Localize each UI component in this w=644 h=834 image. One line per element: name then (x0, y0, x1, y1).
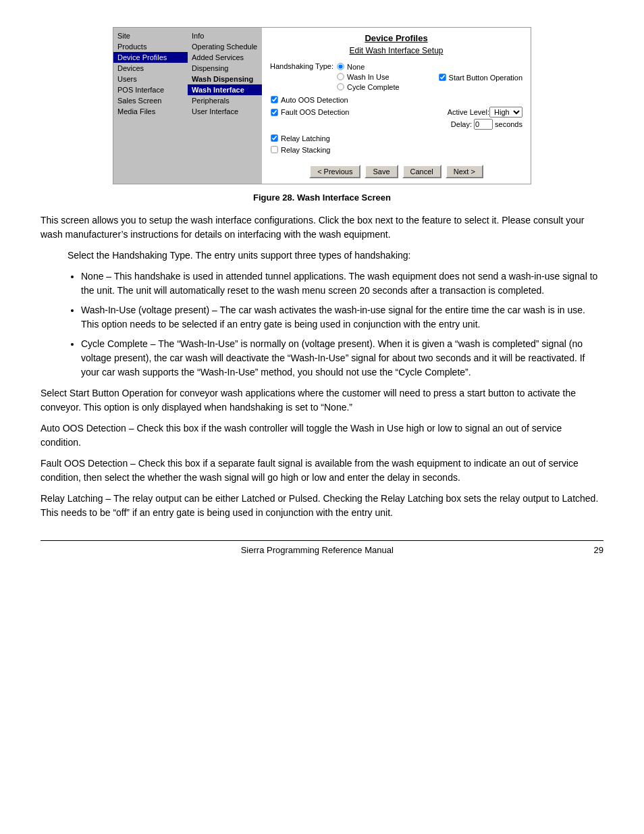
sidebar-middle-info[interactable]: Info (188, 30, 262, 41)
sidebar-middle-peripherals[interactable]: Peripherals (188, 95, 262, 106)
start-btn-label: Start Button Operation (449, 74, 522, 82)
radio-cycle-label: Cycle Complete (347, 83, 400, 91)
sidebar-item-site[interactable]: Site (113, 30, 188, 41)
sidebar-left: Site Products Device Profiles Devices Us… (113, 28, 188, 184)
sidebar-middle-added-services[interactable]: Added Services (188, 52, 262, 63)
radio-wash-label: Wash In Use (347, 73, 390, 81)
radio-wash[interactable] (337, 73, 344, 80)
bullet-list: None – This handshake is used in attende… (81, 269, 603, 380)
auto-oos-label: Auto OOS Detection (281, 96, 348, 104)
cancel-button[interactable]: Cancel (402, 165, 441, 178)
body-text-2: Select the Handshaking Type. The entry u… (68, 249, 603, 263)
sidebar-middle-dispensing[interactable]: Dispensing (188, 63, 262, 74)
ui-screenshot: Site Products Device Profiles Devices Us… (113, 27, 531, 184)
sidebar-item-products[interactable]: Products (113, 41, 188, 52)
relay-stacking-label: Relay Stacking (281, 146, 330, 154)
bullet-item-3: Cycle Complete – The “Wash-In-Use” is no… (81, 337, 603, 380)
active-level-select[interactable]: High Low (489, 107, 522, 118)
main-title: Device Profiles (270, 33, 522, 43)
footer-right: 29 (594, 545, 603, 555)
handshaking-label: Handshaking Type: (270, 62, 333, 70)
next-button[interactable]: Next > (446, 165, 483, 178)
bullet-item-2: Wash-In-Use (voltage present) – The car … (81, 303, 603, 332)
footer-center: Sierra Programming Reference Manual (241, 545, 394, 555)
sidebar-middle-wash-interface[interactable]: Wash Interface (188, 84, 262, 95)
form-section: Handshaking Type: None Wash In Use (270, 62, 522, 178)
auto-oos-checkbox[interactable] (271, 96, 277, 103)
sidebar-item-pos-interface[interactable]: POS Interface (113, 84, 188, 95)
main-content-area: Device Profiles Edit Wash Interface Setu… (262, 28, 531, 184)
previous-button[interactable]: < Previous (309, 165, 360, 178)
fault-oos-row: Fault OOS Detection (270, 108, 350, 117)
sidebar-item-media-files[interactable]: Media Files (113, 106, 188, 117)
body-text-4: Auto OOS Detection – Check this box if t… (41, 421, 603, 450)
sidebar-middle-user-interface[interactable]: User Interface (188, 106, 262, 117)
sidebar-item-sales-screen[interactable]: Sales Screen (113, 95, 188, 106)
main-subtitle: Edit Wash Interface Setup (270, 46, 522, 55)
footer: Sierra Programming Reference Manual 29 (41, 540, 603, 555)
relay-latching-checkbox[interactable] (271, 134, 277, 141)
sidebar-item-devices[interactable]: Devices (113, 63, 188, 74)
relay-stacking-checkbox[interactable] (271, 146, 277, 153)
radio-cycle[interactable] (337, 83, 344, 90)
body-text-6: Relay Latching – The relay output can be… (41, 492, 603, 520)
figure-caption: Figure 28. Wash Interface Screen (41, 192, 603, 203)
start-btn-checkbox[interactable] (439, 74, 446, 80)
seconds-label: seconds (495, 120, 522, 128)
save-button[interactable]: Save (365, 165, 398, 178)
sidebar-middle: Info Operating Schedule Added Services D… (188, 28, 262, 184)
handshaking-radio-group: None Wash In Use Cycle Complete (336, 62, 400, 93)
bullet-item-1: None – This handshake is used in attende… (81, 269, 603, 298)
button-row: < Previous Save Cancel Next > (270, 165, 522, 178)
active-level-label: Active Level: (448, 108, 489, 116)
delay-label: Delay: (451, 120, 472, 128)
relay-latching-row: Relay Latching (270, 134, 522, 142)
start-btn-operation: Start Button Operation (438, 62, 522, 93)
sidebar-item-device-profiles[interactable]: Device Profiles (113, 52, 188, 63)
body-text-3: Select Start Button Operation for convey… (41, 386, 603, 415)
sidebar-middle-wash-dispensing[interactable]: Wash Dispensing (188, 74, 262, 84)
delay-row: Delay: seconds (270, 119, 522, 130)
sidebar-middle-operating-schedule[interactable]: Operating Schedule (188, 41, 262, 52)
relay-latching-label: Relay Latching (281, 134, 330, 142)
body-text-1: This screen allows you to setup the wash… (41, 213, 603, 242)
delay-input[interactable] (474, 119, 493, 130)
auto-oos-row: Auto OOS Detection (270, 95, 522, 104)
radio-none[interactable] (337, 63, 344, 70)
sidebar-item-users[interactable]: Users (113, 74, 188, 84)
fault-oos-checkbox[interactable] (271, 109, 277, 115)
radio-none-label: None (347, 63, 365, 71)
relay-stacking-row: Relay Stacking (270, 145, 522, 154)
fault-oos-label: Fault OOS Detection (281, 108, 350, 116)
body-text-5: Fault OOS Detection – Check this box if … (41, 457, 603, 485)
